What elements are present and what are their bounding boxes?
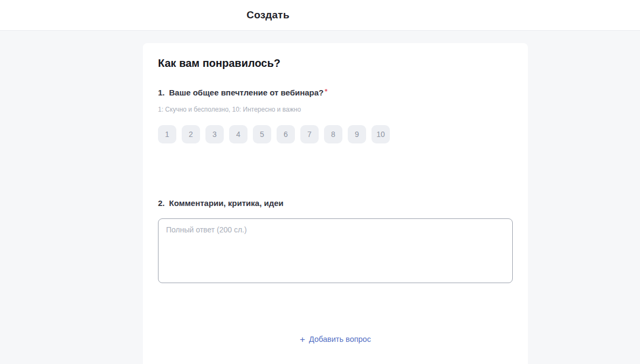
question-block-1: 1. Ваше общее впечтление от вебинара?* 1…	[158, 88, 513, 143]
scale-button-2[interactable]: 2	[182, 125, 200, 143]
form-title: Как вам понравилось?	[158, 57, 513, 70]
scale-button-10[interactable]: 10	[371, 125, 390, 143]
scale-button-6[interactable]: 6	[277, 125, 295, 143]
top-header: Создать	[0, 0, 640, 31]
page-title: Создать	[246, 9, 290, 21]
question-1-text: Ваше общее впечтление от вебинара?*	[169, 88, 328, 97]
required-asterisk: *	[325, 87, 327, 95]
scale-button-4[interactable]: 4	[229, 125, 247, 143]
plus-icon: +	[300, 335, 305, 344]
add-question-label: Добавить вопрос	[309, 335, 371, 344]
question-2-text: Комментарии, критика, идеи	[169, 198, 284, 208]
page-background: Как вам понравилось? 1. Ваше общее впечт…	[0, 31, 640, 364]
scale-button-9[interactable]: 9	[348, 125, 366, 143]
question-2-number: 2.	[158, 198, 165, 208]
question-2-label: 2. Комментарии, критика, идеи	[158, 198, 513, 208]
scale-button-3[interactable]: 3	[205, 125, 224, 143]
scale-hint: 1: Скучно и бесполезно, 10: Интересно и …	[158, 106, 513, 113]
add-question-row: + Добавить вопрос	[158, 334, 513, 344]
add-question-button[interactable]: + Добавить вопрос	[300, 334, 371, 344]
form-card: Как вам понравилось? 1. Ваше общее впечт…	[143, 43, 528, 364]
answer-textarea[interactable]	[158, 218, 513, 283]
scale-button-8[interactable]: 8	[324, 125, 342, 143]
question-block-2: 2. Комментарии, критика, идеи	[158, 198, 513, 283]
question-1-label: 1. Ваше общее впечтление от вебинара?*	[158, 88, 513, 97]
scale-button-row: 1 2 3 4 5 6 7 8 9 10	[158, 125, 513, 143]
scale-button-5[interactable]: 5	[253, 125, 271, 143]
question-1-number: 1.	[158, 88, 165, 97]
scale-button-7[interactable]: 7	[300, 125, 319, 143]
scale-button-1[interactable]: 1	[158, 125, 176, 143]
